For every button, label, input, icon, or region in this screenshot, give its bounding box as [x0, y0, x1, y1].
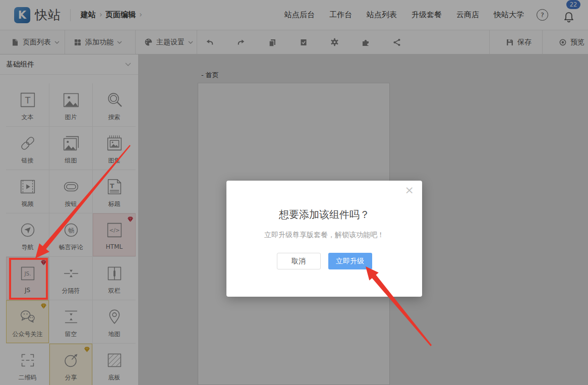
close-icon[interactable]: × — [405, 185, 414, 196]
upgrade-dialog: × 想要添加该组件吗？ 立即升级尊享版套餐，解锁该功能吧！ 取消 立即升级 — [226, 181, 422, 297]
dialog-buttons: 取消 立即升级 — [226, 253, 422, 269]
dialog-title: 想要添加该组件吗？ — [226, 208, 422, 222]
upgrade-now-button[interactable]: 立即升级 — [328, 253, 372, 269]
cancel-button[interactable]: 取消 — [277, 253, 321, 269]
dialog-subtitle: 立即升级尊享版套餐，解锁该功能吧！ — [226, 231, 422, 240]
